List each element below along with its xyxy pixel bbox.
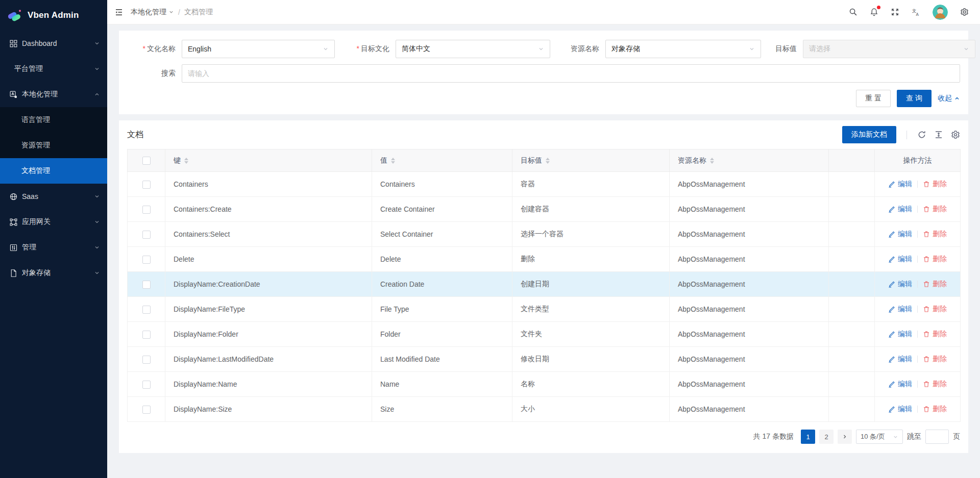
fullscreen-icon[interactable]	[891, 8, 899, 16]
edit-button[interactable]: 编辑	[888, 255, 912, 264]
edit-button[interactable]: 编辑	[888, 380, 912, 389]
sidebar-item-saas[interactable]: Saas	[0, 184, 107, 209]
sidebar-item-resource-mgmt[interactable]: 资源管理	[0, 133, 107, 158]
delete-button[interactable]: 删除	[923, 330, 947, 339]
row-checkbox[interactable]	[142, 406, 151, 414]
edit-button[interactable]: 编辑	[888, 305, 912, 314]
header-checkbox-cell	[128, 149, 165, 172]
page-button-1[interactable]: 1	[801, 430, 815, 444]
sidebar-submenu-localization: 语言管理 资源管理 文档管理	[0, 107, 107, 184]
collapse-toggle[interactable]: 收起	[938, 94, 960, 103]
column-header-key: 键	[165, 149, 372, 172]
edit-button[interactable]: 编辑	[888, 230, 912, 239]
row-checkbox[interactable]	[142, 381, 151, 389]
page-button-2[interactable]: 2	[819, 430, 834, 444]
delete-button[interactable]: 删除	[923, 255, 947, 264]
sidebar-item-language-mgmt[interactable]: 语言管理	[0, 107, 107, 133]
sort-target[interactable]: 目标值	[521, 156, 550, 165]
sidebar-item-gateway[interactable]: 应用网关	[0, 209, 107, 235]
target-culture-select[interactable]: 简体中文	[396, 40, 550, 58]
target-value-group: 目标值 请选择	[769, 40, 975, 58]
edit-button[interactable]: 编辑	[888, 280, 912, 289]
row-checkbox[interactable]	[142, 206, 151, 214]
cell-resource: AbpOssManagement	[670, 222, 829, 247]
table-settings-gear-icon[interactable]	[951, 130, 960, 139]
edit-button[interactable]: 编辑	[888, 355, 912, 364]
notification-bell-icon[interactable]	[870, 8, 878, 16]
settings-gear-icon[interactable]	[960, 8, 969, 16]
delete-button[interactable]: 删除	[923, 180, 947, 189]
app-logo[interactable]: Vben Admin	[0, 0, 107, 31]
row-checkbox[interactable]	[142, 356, 151, 364]
row-checkbox[interactable]	[142, 256, 151, 264]
culture-name-label: *文化名称	[127, 44, 182, 54]
breadcrumb: 本地化管理 / 文档管理	[131, 8, 213, 17]
delete-button[interactable]: 删除	[923, 305, 947, 314]
row-checkbox[interactable]	[142, 181, 151, 189]
sidebar-item-dashboard[interactable]: Dashboard	[0, 31, 107, 56]
sidebar-item-label: 本地化管理	[22, 90, 90, 99]
column-height-icon[interactable]	[934, 130, 943, 139]
sidebar-item-label: 对象存储	[22, 268, 90, 278]
cell-value: Size	[372, 397, 512, 422]
delete-button[interactable]: 删除	[923, 405, 947, 414]
cell-key: DisplayName:Folder	[165, 322, 372, 347]
sort-key[interactable]: 键	[174, 156, 188, 165]
edit-button[interactable]: 编辑	[888, 405, 912, 414]
breadcrumb-parent[interactable]: 本地化管理	[131, 8, 174, 17]
reset-button[interactable]: 重 置	[856, 90, 891, 107]
edit-label: 编辑	[898, 305, 912, 314]
sidebar-item-object-storage[interactable]: 对象存储	[0, 260, 107, 286]
delete-button[interactable]: 删除	[923, 230, 947, 239]
sidebar-item-management[interactable]: 管理	[0, 235, 107, 260]
select-all-checkbox[interactable]	[142, 157, 151, 165]
sort-icon	[391, 158, 395, 164]
sort-value[interactable]: 值	[380, 156, 395, 165]
edit-pencil-icon	[888, 256, 895, 263]
refresh-icon[interactable]	[917, 130, 926, 139]
row-checkbox[interactable]	[142, 331, 151, 339]
resource-name-label: 资源名称	[558, 44, 605, 54]
jump-page-input[interactable]	[925, 430, 949, 444]
row-checkbox[interactable]	[142, 281, 151, 289]
search-input[interactable]	[182, 64, 960, 83]
edit-button[interactable]: 编辑	[888, 330, 912, 339]
edit-button[interactable]: 编辑	[888, 205, 912, 214]
next-page-button[interactable]	[838, 430, 852, 444]
delete-button[interactable]: 删除	[923, 380, 947, 389]
delete-button[interactable]: 删除	[923, 280, 947, 289]
page-size-select[interactable]: 10 条/页	[856, 430, 903, 444]
table-row: DisplayName:FileType File Type 文件类型 AbpO…	[128, 297, 961, 322]
divider	[917, 181, 918, 188]
target-value-select[interactable]: 请选择	[803, 40, 975, 58]
chevron-down-icon	[323, 46, 329, 52]
search-icon[interactable]	[849, 8, 857, 16]
sidebar-item-document-mgmt[interactable]: 文档管理	[0, 158, 107, 184]
edit-button[interactable]: 编辑	[888, 180, 912, 189]
chevron-down-icon	[893, 434, 898, 440]
cell-resource: AbpOssManagement	[670, 347, 829, 372]
culture-name-group: *文化名称 English	[127, 40, 335, 58]
culture-name-select[interactable]: English	[182, 40, 335, 58]
page-unit-label: 页	[953, 432, 960, 441]
resource-name-select[interactable]: 对象存储	[605, 40, 761, 58]
delete-button[interactable]: 删除	[923, 205, 947, 214]
divider	[917, 306, 918, 313]
row-checkbox[interactable]	[142, 231, 151, 239]
delete-label: 删除	[933, 330, 947, 339]
cell-key: Delete	[165, 247, 372, 272]
query-button[interactable]: 查 询	[897, 90, 932, 107]
sort-icon	[546, 158, 550, 164]
sidebar-item-platform[interactable]: 平台管理	[0, 56, 107, 82]
table-row: DisplayName:Folder Folder 文件夹 AbpOssMana…	[128, 322, 961, 347]
add-document-button[interactable]: 添加新文档	[842, 126, 896, 143]
row-checkbox[interactable]	[142, 306, 151, 314]
sort-resource[interactable]: 资源名称	[678, 156, 714, 165]
table-row: Containers:Create Create Container 创建容器 …	[128, 197, 961, 222]
translate-icon[interactable]: 文 A	[912, 8, 920, 16]
menu-fold-icon[interactable]	[114, 8, 124, 17]
sidebar-item-localization[interactable]: 本地化管理	[0, 82, 107, 107]
user-avatar[interactable]	[933, 5, 948, 20]
cell-target: 修改日期	[512, 347, 670, 372]
delete-button[interactable]: 删除	[923, 355, 947, 364]
